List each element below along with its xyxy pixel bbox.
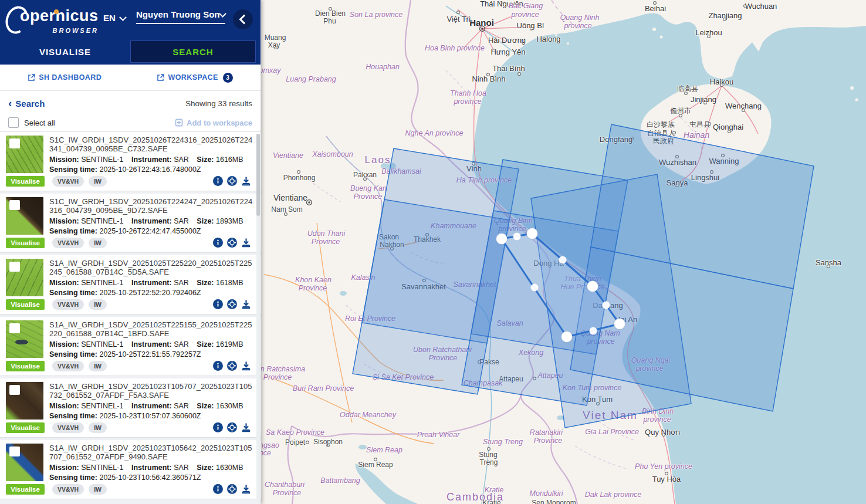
aoi-midpoint[interactable]: [559, 256, 567, 264]
download-icon[interactable]: [241, 484, 251, 494]
aoi-midpoint[interactable]: [531, 284, 539, 292]
visualise-button[interactable]: Visualise: [6, 422, 45, 433]
result-card: S1A_IW_GRDH_1SDV_20251023T105707_2025102…: [0, 378, 261, 438]
mission-value: SENTINEL-1: [81, 402, 123, 410]
visualise-button[interactable]: Visualise: [6, 299, 45, 310]
product-title[interactable]: S1A_IW_GRDH_1SDV_20251023T105642_2025102…: [49, 444, 255, 462]
product-title[interactable]: S1A_IW_GRDH_1SDV_20251025T225155_2025102…: [49, 320, 255, 339]
result-card: S1C_IW_GRDH_1SDV_20251026T224247_2025102…: [0, 194, 261, 253]
size-value: 1630MB: [216, 464, 243, 472]
aoi-midpoint[interactable]: [590, 327, 597, 335]
download-icon[interactable]: [241, 176, 251, 186]
sensing-value: 2025-10-26T22:42:47.455000Z: [99, 227, 201, 235]
workspace-link[interactable]: WORKSPACE 3: [157, 73, 232, 83]
instrument-value: SAR: [174, 402, 189, 410]
crosshair-icon[interactable]: [227, 484, 237, 494]
collapse-sidebar-button[interactable]: [233, 9, 253, 29]
crosshair-icon[interactable]: [227, 176, 237, 186]
info-icon[interactable]: [213, 299, 223, 309]
sensing-value: 2025-10-25T22:52:20.792406Z: [99, 289, 201, 297]
result-checkbox[interactable]: [9, 385, 20, 395]
map-overlays: [261, 0, 866, 504]
result-thumbnail[interactable]: [6, 197, 43, 235]
product-meta: Mission: SENTINEL-1 Instrument: SAR Size…: [49, 340, 255, 349]
visualise-button[interactable]: Visualise: [6, 361, 45, 371]
aoi-vertex[interactable]: [587, 281, 598, 292]
info-icon[interactable]: [213, 484, 223, 494]
download-icon[interactable]: [241, 422, 251, 432]
result-thumbnail[interactable]: [6, 444, 43, 481]
aoi-vertex[interactable]: [496, 234, 508, 245]
sensing-value: 2025-10-25T22:51:55.792257Z: [99, 350, 201, 358]
tab-search[interactable]: SEARCH: [130, 40, 256, 63]
product-meta: Mission: SENTINEL-1 Instrument: SAR Size…: [49, 464, 255, 472]
add-square-icon: [175, 119, 183, 127]
download-icon[interactable]: [241, 361, 251, 371]
copernicus-logo[interactable]: opernicus BROWSER: [6, 5, 106, 38]
aoi-vertex[interactable]: [561, 332, 573, 343]
product-title[interactable]: S1C_IW_GRDH_1SDV_20251026T224247_2025102…: [49, 197, 255, 215]
product-meta: Mission: SENTINEL-1 Instrument: SAR Size…: [49, 279, 255, 287]
info-icon[interactable]: [213, 176, 223, 186]
aoi-vertex[interactable]: [614, 319, 625, 330]
add-to-workspace-button[interactable]: Add to workspace: [175, 119, 252, 127]
language-selector[interactable]: EN: [103, 13, 126, 23]
mission-value: SENTINEL-1: [81, 340, 123, 349]
logo-orange-dot-icon: [54, 9, 59, 14]
product-title[interactable]: S1C_IW_GRDH_1SDV_20251026T224316_2025102…: [49, 136, 255, 154]
result-thumbnail[interactable]: [6, 382, 43, 420]
info-icon[interactable]: [213, 361, 223, 371]
back-to-search-button[interactable]: ‹ Search: [8, 99, 45, 109]
result-thumbnail[interactable]: [6, 320, 43, 358]
app-header: opernicus BROWSER EN Nguyen Truong Son V…: [0, 0, 261, 65]
crosshair-icon[interactable]: [227, 361, 237, 371]
select-all-checkbox[interactable]: [8, 117, 19, 128]
result-checkbox[interactable]: [9, 323, 20, 333]
download-icon[interactable]: [241, 238, 251, 248]
crosshair-icon[interactable]: [227, 299, 237, 309]
sh-dashboard-link[interactable]: SH DASHBOARD: [28, 73, 102, 82]
logo-subtitle: BROWSER: [40, 27, 99, 34]
sensing-time: Sensing time: 2025-10-26T22:42:47.455000…: [49, 227, 255, 235]
aoi-midpoint[interactable]: [603, 302, 610, 309]
size-value: 1630MB: [216, 402, 243, 410]
polarisation-tag: VV&VH: [52, 176, 84, 187]
visualise-button[interactable]: Visualise: [6, 176, 45, 187]
mode-tag: IW: [89, 238, 107, 248]
map-canvas[interactable]: LaosViet NamCambodiaHanoiThái NguyênViệt…: [261, 0, 866, 504]
tab-visualise[interactable]: VISUALISE: [0, 39, 130, 65]
product-title[interactable]: S1A_IW_GRDH_1SDV_20251025T225220_2025102…: [49, 259, 255, 277]
polarisation-tag: VV&VH: [52, 361, 84, 371]
aoi-vertex[interactable]: [527, 228, 538, 239]
result-checkbox[interactable]: [9, 200, 20, 210]
result-checkbox[interactable]: [9, 447, 20, 456]
result-card: S1A_IW_GRDH_1SDV_20251025T225220_2025102…: [0, 255, 261, 314]
chevron-down-icon: [119, 13, 127, 21]
result-checkbox[interactable]: [9, 262, 20, 272]
size-value: 1893MB: [216, 217, 243, 225]
workspace-count-badge: 3: [223, 73, 233, 83]
user-menu[interactable]: Nguyen Truong Son: [136, 9, 225, 24]
result-thumbnail[interactable]: [6, 136, 43, 173]
info-icon[interactable]: [213, 238, 223, 248]
footprint-layer: [353, 124, 814, 428]
crosshair-icon[interactable]: [227, 422, 237, 432]
product-meta: Mission: SENTINEL-1 Instrument: SAR Size…: [49, 402, 255, 410]
visualise-button[interactable]: Visualise: [6, 484, 45, 495]
product-title[interactable]: S1A_IW_GRDH_1SDV_20251023T105707_2025102…: [49, 382, 255, 400]
download-icon[interactable]: [241, 299, 251, 309]
sensing-value: 2025-10-23T10:56:42.360571Z: [99, 473, 201, 482]
aoi-midpoint[interactable]: [513, 233, 521, 241]
visualise-button[interactable]: Visualise: [6, 238, 45, 248]
sensing-time: Sensing time: 2025-10-25T22:52:20.792406…: [49, 289, 255, 297]
info-icon[interactable]: [213, 422, 223, 432]
sensing-time: Sensing time: 2025-10-26T22:43:16.748000…: [49, 165, 255, 174]
result-thumbnail[interactable]: [6, 259, 43, 296]
instrument-value: SAR: [174, 155, 189, 164]
external-link-icon: [157, 74, 164, 82]
crosshair-icon[interactable]: [227, 238, 237, 248]
mode-tag: IW: [89, 299, 107, 310]
result-checkbox[interactable]: [9, 138, 20, 148]
user-name: Nguyen Truong Son: [136, 9, 220, 19]
sidebar-scrollbar[interactable]: [256, 134, 260, 502]
